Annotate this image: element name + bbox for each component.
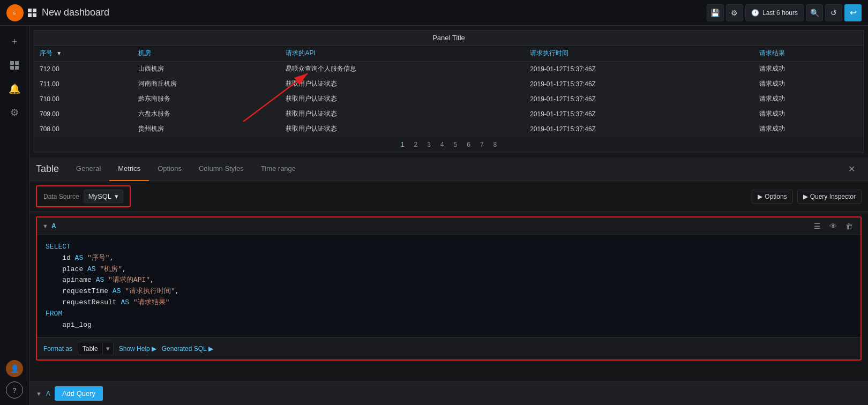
query-menu-button[interactable]: ☰ <box>812 221 823 231</box>
tab-general[interactable]: General <box>68 158 109 181</box>
table-row: 710.00 黔东南服务 获取用户认证状态 2019-01-12T15:37:4… <box>34 92 863 107</box>
cell-id: 709.00 <box>34 107 133 122</box>
table-row: 709.00 六盘水服务 获取用户认证状态 2019-01-12T15:37:4… <box>34 107 863 122</box>
cell-api: 获取用户认证状态 <box>280 77 525 92</box>
cell-id: 708.00 <box>34 122 133 137</box>
sidebar-item-dashboards[interactable] <box>5 56 24 75</box>
tab-options[interactable]: Options <box>149 158 190 181</box>
back-button[interactable]: ↩ <box>844 4 862 21</box>
triangle-icon-2: ▶ <box>803 193 808 200</box>
cell-id: 712.00 <box>34 62 133 77</box>
page-number[interactable]: 7 <box>477 140 487 149</box>
cell-room: 六盘水服务 <box>133 107 281 122</box>
save-button[interactable]: 💾 <box>707 4 724 21</box>
query-delete-button[interactable]: 🗑 <box>843 221 855 231</box>
cell-room: 贵州机房 <box>133 122 281 137</box>
show-help-button[interactable]: Show Help ▶ <box>119 345 156 352</box>
sidebar-item-add[interactable]: + <box>5 32 24 51</box>
page-number[interactable]: 3 <box>424 140 434 149</box>
page-number[interactable]: 4 <box>437 140 447 149</box>
avatar[interactable]: 👤 <box>6 360 23 377</box>
pagination: 12345678 <box>34 137 863 153</box>
page-number[interactable]: 8 <box>490 140 500 149</box>
datasource-bar: Data Source MySQL ▾ ▶ Options ▶ Query In… <box>29 181 868 212</box>
options-button[interactable]: ▶ Options <box>752 190 792 204</box>
col-header-room[interactable]: 机房 <box>133 46 281 62</box>
right-actions: ▶ Options ▶ Query Inspector <box>752 190 862 204</box>
query-collapse-toggle[interactable]: ▼ <box>42 223 48 229</box>
help-icon[interactable]: ? <box>6 381 23 399</box>
format-chevron-icon: ▾ <box>102 342 113 355</box>
refresh-button[interactable]: ↺ <box>825 4 842 21</box>
generated-sql-label: Generated SQL <box>162 345 207 352</box>
tab-metrics[interactable]: Metrics <box>109 158 149 181</box>
cell-time: 2019-01-12T15:37:46Z <box>525 107 754 122</box>
grid-icon <box>28 9 36 17</box>
dashboard-title: New dashboard <box>42 7 707 18</box>
svg-rect-4 <box>10 66 14 70</box>
col-header-id[interactable]: 序号 ▼ <box>34 46 133 62</box>
panel-preview: Panel Title 序号 ▼ 机房 请求的API 请求执行时间 请求结果 7… <box>34 30 864 153</box>
cell-api: 获取用户认证状态 <box>280 107 525 122</box>
datasource-value: MySQL <box>88 192 111 200</box>
cell-time: 2019-01-12T15:37:46Z <box>525 92 754 107</box>
time-range-button[interactable]: 🕐 Last 6 hours <box>745 4 804 21</box>
left-sidebar: + 🔔 ⚙ 👤 ? <box>0 26 29 405</box>
col-header-time[interactable]: 请求执行时间 <box>525 46 754 62</box>
datasource-label: Data Source <box>43 193 79 200</box>
datasource-select[interactable]: MySQL ▾ <box>84 190 123 203</box>
generated-sql-button[interactable]: Generated SQL ▶ <box>162 345 213 352</box>
format-select[interactable]: Table ▾ <box>78 342 114 355</box>
cell-result: 请求成功 <box>754 122 863 137</box>
query-block: ▼ A ☰ 👁 🗑 SELECT id AS "序号", place AS "机… <box>36 216 862 361</box>
query-hide-button[interactable]: 👁 <box>827 221 839 231</box>
cell-api: 获取用户认证状态 <box>280 122 525 137</box>
query-footer: Format as Table ▾ Show Help ▶ Generated … <box>37 337 860 359</box>
cell-result: 请求成功 <box>754 107 863 122</box>
grafana-logo[interactable]: G <box>6 4 24 21</box>
tab-column-styles[interactable]: Column Styles <box>190 158 252 181</box>
page-number[interactable]: 2 <box>410 140 421 149</box>
query-actions-right: ☰ 👁 🗑 <box>812 221 855 231</box>
tab-time-range[interactable]: Time range <box>252 158 304 181</box>
cell-result: 请求成功 <box>754 62 863 77</box>
main-content: Panel Title 序号 ▼ 机房 请求的API 请求执行时间 请求结果 7… <box>29 26 868 405</box>
cell-api: 获取用户认证状态 <box>280 92 525 107</box>
page-number[interactable]: 6 <box>463 140 474 149</box>
svg-text:G: G <box>13 11 16 16</box>
col-header-api[interactable]: 请求的API <box>280 46 525 62</box>
query-id-label: A <box>51 222 56 230</box>
query-inspector-label: Query Inspector <box>810 193 856 200</box>
add-query-id-label: A <box>46 390 50 398</box>
settings-button[interactable]: ⚙ <box>726 4 743 21</box>
add-query-bar: ▼ A Add Query <box>29 381 868 405</box>
code-editor[interactable]: SELECT id AS "序号", place AS "机房", apinam… <box>37 235 860 337</box>
sidebar-item-notifications[interactable]: 🔔 <box>5 79 24 99</box>
cell-id: 710.00 <box>34 92 133 107</box>
table-row: 708.00 贵州机房 获取用户认证状态 2019-01-12T15:37:46… <box>34 122 863 137</box>
toggle-icon-small: ▼ <box>36 391 42 397</box>
cell-time: 2019-01-12T15:37:46Z <box>525 122 754 137</box>
cell-time: 2019-01-12T15:37:46Z <box>525 62 754 77</box>
svg-rect-3 <box>15 61 19 65</box>
sidebar-item-config[interactable]: ⚙ <box>5 103 24 122</box>
cell-room: 河南商丘机房 <box>133 77 281 92</box>
cell-result: 请求成功 <box>754 77 863 92</box>
editor-tabs: Table General Metrics Options Column Sty… <box>29 158 868 181</box>
editor-section: Table General Metrics Options Column Sty… <box>29 158 868 405</box>
page-number[interactable]: 1 <box>398 140 408 149</box>
add-query-button[interactable]: Add Query <box>55 386 103 401</box>
sql-arrow-icon: ▶ <box>208 345 213 352</box>
page-number[interactable]: 5 <box>451 140 461 149</box>
cell-room: 山西机房 <box>133 62 281 77</box>
close-panel-button[interactable]: ✕ <box>842 164 862 174</box>
svg-rect-2 <box>10 61 14 65</box>
cell-id: 711.00 <box>34 77 133 92</box>
query-inspector-button[interactable]: ▶ Query Inspector <box>797 190 862 204</box>
col-header-result[interactable]: 请求结果 <box>754 46 863 62</box>
time-range-label: Last 6 hours <box>762 9 798 17</box>
nav-actions: 💾 ⚙ 🕐 Last 6 hours 🔍 ↺ ↩ <box>707 4 862 21</box>
query-block-header: ▼ A ☰ 👁 🗑 <box>37 218 860 235</box>
search-button[interactable]: 🔍 <box>806 4 823 21</box>
clock-icon: 🕐 <box>751 9 759 17</box>
